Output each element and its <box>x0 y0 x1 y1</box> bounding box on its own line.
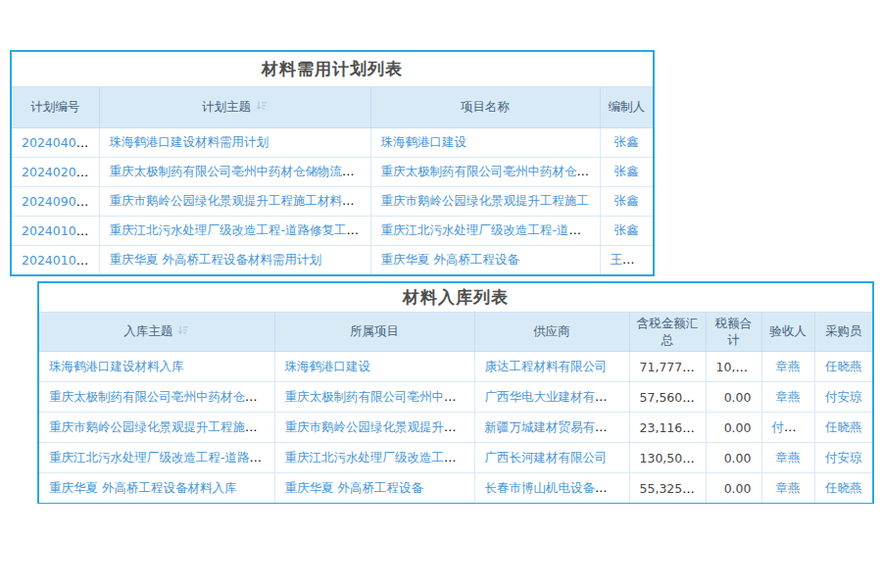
inbound-subject-cell: 重庆市鹅岭公园绿化景观提升工程施工材料入库 <box>39 413 274 443</box>
inbound-project-cell: 重庆华夏 外高桥工程设备 <box>274 473 474 504</box>
plan-col-header-subject[interactable]: 计划主题 <box>99 87 370 128</box>
plan-project-cell: 重庆太极制药有限公司亳州中药材仓储物流... <box>370 158 600 187</box>
sort-icon[interactable] <box>256 100 268 116</box>
plan-compiler-cell: 张鑫 <box>600 217 653 246</box>
plan-col-header-plan-no: 计划编号 <box>12 87 99 128</box>
table-row[interactable]: 重庆市鹅岭公园绿化景观提升工程施工材料入库 重庆市鹅岭公园绿化景观提升工程施工 … <box>39 413 872 443</box>
plan-subject-cell: 重庆华夏 外高桥工程设备材料需用计划 <box>99 246 370 275</box>
plan-project-link[interactable]: 珠海鹤港口建设 <box>381 134 467 149</box>
inbound-supplier-cell: 广西长河建材有限公司 <box>474 443 629 473</box>
plan-subject-link[interactable]: 重庆市鹅岭公园绿化景观提升工程施工材料需用计划 <box>110 193 371 208</box>
inbound-supplier-link[interactable]: 长春市博山机电设备有限公司 <box>485 480 630 495</box>
inbound-supplier-link[interactable]: 新疆万城建材贸易有限公司 <box>485 419 630 434</box>
purchaser-link[interactable]: 任晓燕 <box>825 359 862 373</box>
inspector-link[interactable]: 章燕 <box>776 480 801 495</box>
inbound-project-link[interactable]: 重庆华夏 外高桥工程设备 <box>285 480 423 495</box>
purchaser-link[interactable]: 任晓燕 <box>825 480 862 495</box>
plan-no-link[interactable]: 2024010011 <box>22 223 99 238</box>
plan-compiler-link[interactable]: 张鑫 <box>614 193 639 208</box>
inbound-supplier-link[interactable]: 广西长河建材有限公司 <box>485 450 608 465</box>
plan-project-link[interactable]: 重庆市鹅岭公园绿化景观提升工程施工 <box>381 193 590 208</box>
plan-project-link[interactable]: 重庆太极制药有限公司亳州中药材仓储物流... <box>381 164 601 178</box>
plan-project-cell: 珠海鹤港口建设 <box>370 128 600 158</box>
table-row[interactable]: 2024090001 重庆市鹅岭公园绿化景观提升工程施工材料需用计划 重庆市鹅岭… <box>12 187 653 217</box>
plan-col-header-plan-no-label: 计划编号 <box>30 99 79 114</box>
inspector-cell: 章燕 <box>761 473 814 504</box>
plan-subject-cell: 珠海鹤港口建设材料需用计划 <box>99 128 370 158</box>
inbound-col-header-subject[interactable]: 入库主题 <box>39 313 274 352</box>
inspector-link[interactable]: 付安琼 <box>772 419 809 434</box>
plan-table-card: 材料需用计划列表 计划编号 计划主题 项目名称 编制人 2024040003 珠… <box>10 50 655 276</box>
inbound-col-header-inspector-label: 验收人 <box>769 323 807 338</box>
inbound-subject-cell: 珠海鹤港口建设材料入库 <box>39 352 274 382</box>
page-canvas: 材料需用计划列表 计划编号 计划主题 项目名称 编制人 2024040003 珠… <box>0 0 882 588</box>
inbound-col-header-project-label: 所属项目 <box>350 323 399 338</box>
inbound-col-header-tax: 税额合计 <box>706 313 761 352</box>
inbound-subject-link[interactable]: 重庆华夏 外高桥工程设备材料入库 <box>49 480 236 495</box>
plan-no-cell: 2024040003 <box>12 128 99 158</box>
plan-no-link[interactable]: 2024020004 <box>22 165 99 179</box>
table-row[interactable]: 2024020004 重庆太极制药有限公司亳州中药材仓储物流基地项目... 重庆… <box>12 158 653 187</box>
inbound-col-header-subject-label: 入库主题 <box>123 323 172 338</box>
inbound-project-link[interactable]: 珠海鹤港口建设 <box>285 359 371 373</box>
table-row[interactable]: 重庆太极制药有限公司亳州中药材仓储物流基... 重庆太极制药有限公司亳州中药材仓… <box>39 382 872 413</box>
plan-project-link[interactable]: 重庆华夏 外高桥工程设备 <box>381 252 519 267</box>
tax-total-cell: 0.00 <box>706 443 761 473</box>
plan-compiler-link[interactable]: 王志远 <box>611 252 648 267</box>
inbound-supplier-cell: 康达工程材料有限公司 <box>474 352 629 382</box>
plan-no-link[interactable]: 2024010009 <box>22 253 99 268</box>
inspector-link[interactable]: 章燕 <box>776 389 801 404</box>
table-row[interactable]: 珠海鹤港口建设材料入库 珠海鹤港口建设 康达工程材料有限公司 71,777.00… <box>39 352 872 382</box>
inspector-link[interactable]: 章燕 <box>776 450 801 465</box>
plan-no-link[interactable]: 2024090001 <box>22 194 99 209</box>
inbound-project-link[interactable]: 重庆市鹅岭公园绿化景观提升工程施工 <box>285 419 475 434</box>
inbound-subject-link[interactable]: 珠海鹤港口建设材料入库 <box>49 359 184 373</box>
sort-icon[interactable] <box>177 324 189 340</box>
inbound-supplier-cell: 新疆万城建材贸易有限公司 <box>474 413 629 443</box>
inbound-col-header-tax-label: 税额合计 <box>715 316 753 346</box>
inbound-supplier-link[interactable]: 康达工程材料有限公司 <box>485 359 608 373</box>
table-row[interactable]: 2024040003 珠海鹤港口建设材料需用计划 珠海鹤港口建设 张鑫 <box>12 128 653 158</box>
tax-total-value: 0.00 <box>724 481 752 496</box>
table-row[interactable]: 重庆江北污水处理厂级改造工程-道路修复工程... 重庆江北污水处理厂级改造工程-… <box>39 443 872 473</box>
inbound-col-header-inspector: 验收人 <box>761 313 814 352</box>
plan-table-title: 材料需用计划列表 <box>12 52 653 87</box>
inspector-link[interactable]: 章燕 <box>776 359 801 373</box>
inbound-table: 入库主题 所属项目 供应商 含税金额汇总 税额合计 验收人 采购员 珠海鹤港口建… <box>39 313 872 503</box>
plan-col-header-project: 项目名称 <box>370 87 600 128</box>
purchaser-link[interactable]: 任晓燕 <box>825 419 862 434</box>
inbound-subject-link[interactable]: 重庆太极制药有限公司亳州中药材仓储物流基... <box>49 389 274 404</box>
inbound-project-link[interactable]: 重庆江北污水处理厂级改造工程-道路... <box>285 450 475 465</box>
amount-with-tax-cell: 57,560.00 <box>629 382 706 413</box>
table-row[interactable]: 2024010009 重庆华夏 外高桥工程设备材料需用计划 重庆华夏 外高桥工程… <box>12 246 653 275</box>
purchaser-link[interactable]: 付安琼 <box>825 450 862 465</box>
plan-subject-link[interactable]: 重庆华夏 外高桥工程设备材料需用计划 <box>110 252 321 267</box>
inbound-table-title: 材料入库列表 <box>39 283 872 313</box>
table-row[interactable]: 重庆华夏 外高桥工程设备材料入库 重庆华夏 外高桥工程设备 长春市博山机电设备有… <box>39 473 872 504</box>
purchaser-link[interactable]: 付安琼 <box>825 389 862 404</box>
plan-no-link[interactable]: 2024040003 <box>22 135 99 150</box>
inbound-project-link[interactable]: 重庆太极制药有限公司亳州中药材仓... <box>285 389 475 404</box>
amount-with-tax-value: 71,777.00 <box>640 360 703 374</box>
plan-compiler-link[interactable]: 张鑫 <box>614 134 639 149</box>
amount-with-tax-cell: 71,777.00 <box>629 352 706 382</box>
plan-subject-link[interactable]: 重庆太极制药有限公司亳州中药材仓储物流基地项目... <box>110 164 371 178</box>
amount-with-tax-value: 130,505.00 <box>640 451 707 466</box>
plan-col-header-project-label: 项目名称 <box>461 99 510 114</box>
plan-compiler-link[interactable]: 张鑫 <box>614 164 639 178</box>
plan-compiler-link[interactable]: 张鑫 <box>614 222 639 237</box>
plan-compiler-cell: 张鑫 <box>600 158 653 187</box>
inbound-subject-link[interactable]: 重庆江北污水处理厂级改造工程-道路修复工程... <box>49 450 274 465</box>
table-row[interactable]: 2024010011 重庆江北污水处理厂级改造工程-道路修复工程主要材料 重庆江… <box>12 217 653 246</box>
tax-total-cell: 0.00 <box>706 382 761 413</box>
plan-subject-link[interactable]: 重庆江北污水处理厂级改造工程-道路修复工程主要材料 <box>110 222 371 237</box>
plan-subject-link[interactable]: 珠海鹤港口建设材料需用计划 <box>110 134 270 149</box>
inbound-col-header-purchaser-label: 采购员 <box>825 323 862 338</box>
inbound-subject-link[interactable]: 重庆市鹅岭公园绿化景观提升工程施工材料入库 <box>49 419 274 434</box>
inbound-col-header-project: 所属项目 <box>274 313 474 352</box>
inbound-supplier-link[interactable]: 广西华电大业建材有限公司 <box>485 389 630 404</box>
inbound-table-header-row: 入库主题 所属项目 供应商 含税金额汇总 税额合计 验收人 采购员 <box>39 313 872 352</box>
plan-project-link[interactable]: 重庆江北污水处理厂级改造工程-道路修复工程 <box>381 222 601 237</box>
purchaser-cell: 任晓燕 <box>814 413 872 443</box>
amount-with-tax-cell: 130,505.00 <box>629 443 706 473</box>
